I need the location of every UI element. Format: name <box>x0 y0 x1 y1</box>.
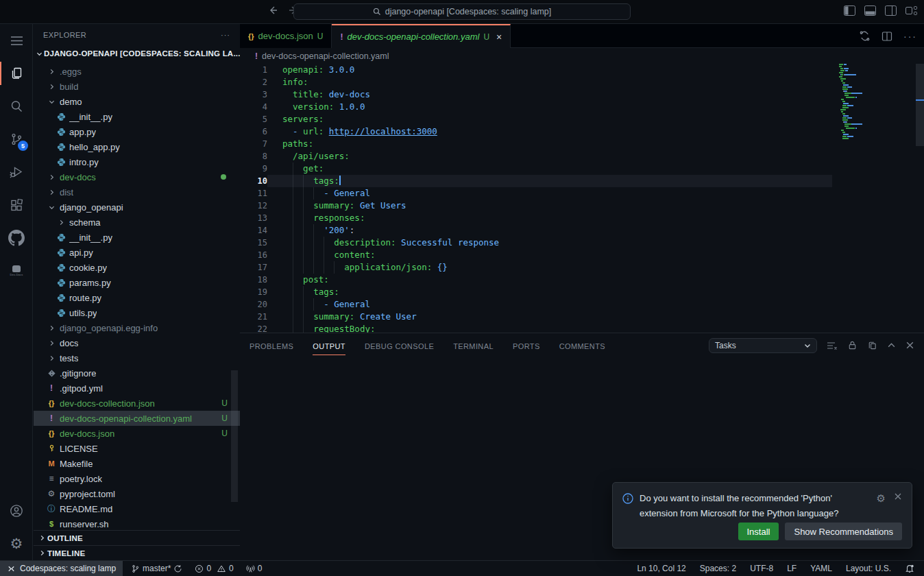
lock-scrolling-icon[interactable] <box>847 340 858 350</box>
tab-dev-docs-json[interactable]: {}dev-docs.jsonU <box>240 24 332 48</box>
tree-item-schema[interactable]: schema <box>34 215 240 230</box>
tree-item-gitignore[interactable]: .gitignore <box>34 365 240 381</box>
branch-indicator[interactable]: master* <box>127 561 186 576</box>
toggle-panel-icon[interactable] <box>864 5 876 16</box>
encoding[interactable]: UTF-8 <box>746 561 777 576</box>
tree-item-eggs[interactable]: .eggs <box>34 64 240 79</box>
tree-item-gitpod-yml[interactable]: !.gitpod.yml <box>34 381 240 396</box>
sidebar-scrollbar[interactable] <box>231 370 238 502</box>
editor-scrollbar[interactable] <box>916 64 924 333</box>
panel-tab-terminal[interactable]: TERMINAL <box>453 335 494 355</box>
editor-more-actions-icon[interactable]: ··· <box>903 31 917 42</box>
code-line[interactable]: 13 responses: <box>240 212 924 224</box>
maximize-panel-icon[interactable] <box>887 341 896 350</box>
breadcrumb[interactable]: ! dev-docs-openapi-collection.yaml <box>240 48 924 64</box>
tree-item-license[interactable]: LICENSE <box>34 441 240 456</box>
eol[interactable]: LF <box>783 561 801 576</box>
outline-section[interactable]: OUTLINE <box>34 530 240 545</box>
code-line[interactable]: 3 title: dev-docs <box>240 88 924 101</box>
tree-item-readme-md[interactable]: ⓘREADME.md <box>34 501 240 516</box>
code-line[interactable]: 4 version: 1.0.0 <box>240 101 924 113</box>
tree-item-app-py[interactable]: app.py <box>34 124 240 139</box>
code-line[interactable]: 6 - url: http://localhost:3000 <box>240 125 924 138</box>
panel-tab-problems[interactable]: PROBLEMS <box>250 335 293 355</box>
code-line[interactable]: 14 '200': <box>240 224 924 237</box>
clear-output-icon[interactable] <box>827 340 838 351</box>
code-line[interactable]: 5servers: <box>240 113 924 125</box>
code-line[interactable]: 12 summary: Get Users <box>240 200 924 212</box>
tab-dev-docs-openapi-collection-yaml[interactable]: !dev-docs-openapi-collection.yamlU× <box>332 24 511 48</box>
code-line[interactable]: 9 get: <box>240 163 924 175</box>
code-editor[interactable]: 1openapi: 3.0.02info:3 title: dev-docs4 … <box>240 64 924 333</box>
tree-item-makefile[interactable]: MMakefile <box>34 456 240 471</box>
ports-indicator[interactable]: 0 <box>242 561 267 576</box>
show-recommendations-button[interactable]: Show Recommendations <box>785 523 902 540</box>
code-line[interactable]: 21 summary: Create User <box>240 311 924 323</box>
language-mode[interactable]: YAML <box>806 561 836 576</box>
account-icon[interactable] <box>0 494 33 527</box>
timeline-section[interactable]: TIMELINE <box>34 545 240 560</box>
problems-indicator[interactable]: 0 0 <box>191 561 237 576</box>
tree-item-intro-py[interactable]: intro.py <box>34 154 240 169</box>
tree-item-django-openapi[interactable]: django_openapi <box>34 200 240 215</box>
command-center-search[interactable]: django-openapi [Codespaces: scaling lamp… <box>293 3 631 20</box>
tree-item-api-py[interactable]: api.py <box>34 245 240 260</box>
explorer-icon[interactable] <box>0 57 33 90</box>
tree-item-utils-py[interactable]: utils.py <box>34 305 240 320</box>
tree-item-cookie-py[interactable]: cookie.py <box>34 260 240 275</box>
source-control-icon[interactable]: 5 <box>0 123 33 156</box>
notification-close-icon[interactable] <box>894 492 902 501</box>
output-channel-select[interactable]: Tasks <box>709 338 817 353</box>
panel-tab-debug-console[interactable]: DEBUG CONSOLE <box>365 335 434 355</box>
tree-item-dist[interactable]: dist <box>34 184 240 200</box>
settings-gear-icon[interactable]: ⚙ <box>0 527 33 560</box>
tree-item-hello-app-py[interactable]: hello_app.py <box>34 139 240 154</box>
tree-item-build[interactable]: build <box>34 79 240 94</box>
toggle-sidebar-icon[interactable] <box>844 5 855 16</box>
sidebar-more-actions-icon[interactable]: ··· <box>221 31 230 39</box>
notifications-bell-icon[interactable] <box>901 561 919 576</box>
code-line[interactable]: 16 content: <box>240 249 924 261</box>
tree-item-dev-docs-collection-json[interactable]: {}dev-docs-collection.jsonU <box>34 396 240 411</box>
keyboard-layout[interactable]: Layout: U.S. <box>842 561 895 576</box>
tree-item-init-py[interactable]: __init__.py <box>34 230 240 245</box>
code-line[interactable]: 10 tags: <box>240 175 924 187</box>
code-line[interactable]: 15 description: Successful response <box>240 237 924 249</box>
panel-tab-output[interactable]: OUTPUT <box>313 335 345 355</box>
tree-item-demo[interactable]: demo <box>34 94 240 109</box>
split-editor-icon[interactable] <box>882 31 892 42</box>
github-icon[interactable] <box>0 221 33 254</box>
tree-item-init-py[interactable]: __init__.py <box>34 109 240 124</box>
tree-item-dev-docs-json[interactable]: {}dev-docs.jsonU <box>34 426 240 441</box>
toggle-secondary-sidebar-icon[interactable] <box>885 5 897 16</box>
run-debug-icon[interactable] <box>0 156 33 189</box>
notification-gear-icon[interactable]: ⚙ <box>877 492 886 505</box>
open-output-in-editor-icon[interactable] <box>867 340 877 350</box>
remote-indicator[interactable]: Codespaces: scaling lamp <box>0 561 123 576</box>
minimap[interactable] <box>839 64 916 140</box>
code-line[interactable]: 17 application/json: {} <box>240 261 924 274</box>
workspace-root-row[interactable]: DJANGO-OPENAPI [CODESPACES: SCALING LA..… <box>34 46 240 61</box>
tree-item-dev-docs-openapi-collection-yaml[interactable]: !dev-docs-openapi-collection.yamlU <box>34 411 240 426</box>
panel-tab-comments[interactable]: COMMENTS <box>559 335 605 355</box>
code-line[interactable]: 19 tags: <box>240 286 924 298</box>
tree-item-route-py[interactable]: route.py <box>34 290 240 305</box>
extensions-icon[interactable] <box>0 189 33 221</box>
customize-layout-icon[interactable] <box>905 5 917 16</box>
tree-item-tests[interactable]: tests <box>34 350 240 365</box>
panel-tab-ports[interactable]: PORTS <box>513 335 540 355</box>
tree-item-runserver-sh[interactable]: $runserver.sh <box>34 516 240 531</box>
open-changes-icon[interactable] <box>859 30 871 42</box>
code-line[interactable]: 7paths: <box>240 138 924 150</box>
back-button[interactable] <box>267 5 278 16</box>
tree-item-poetry-lock[interactable]: ≡poetry.lock <box>34 471 240 486</box>
indentation[interactable]: Spaces: 2 <box>696 561 740 576</box>
close-panel-icon[interactable] <box>905 341 914 350</box>
tree-item-dev-docs[interactable]: dev-docs <box>34 169 240 184</box>
search-view-icon[interactable] <box>0 90 33 123</box>
tree-item-params-py[interactable]: params.py <box>34 275 240 290</box>
close-tab-icon[interactable]: × <box>496 32 502 43</box>
code-line[interactable]: 8 /api/users: <box>240 150 924 163</box>
code-line[interactable]: 1openapi: 3.0.0 <box>240 64 924 76</box>
devdocs-extension-icon[interactable]: Dev-Docs <box>0 254 33 287</box>
